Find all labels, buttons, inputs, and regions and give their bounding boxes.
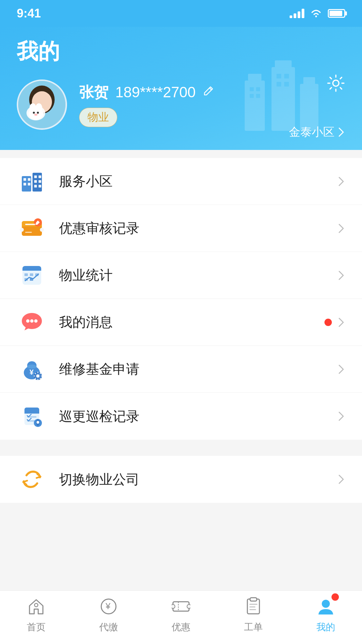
svg-rect-37 (39, 185, 41, 187)
svg-rect-13 (277, 82, 281, 87)
svg-rect-81 (249, 609, 256, 610)
nav-label-workorder: 工单 (244, 621, 263, 634)
svg-point-57 (34, 319, 38, 323)
chevron-right-icon (337, 175, 345, 188)
service-community-icon-wrap (17, 166, 47, 197)
svg-point-41 (20, 228, 24, 232)
svg-rect-1 (245, 80, 265, 131)
nav-label-payment: 代缴 (99, 621, 118, 634)
menu-item-service-community[interactable]: 服务小区 (0, 158, 362, 205)
svg-rect-73 (173, 602, 189, 611)
coupon-review-label: 优惠审核记录 (59, 219, 337, 237)
message-dot (324, 319, 332, 326)
menu-section-2: 切换物业公司 (0, 456, 362, 503)
chevron-right-icon (337, 473, 345, 486)
community-link[interactable]: 金泰小区 (289, 124, 345, 140)
edit-icon[interactable] (202, 85, 215, 100)
svg-rect-44 (25, 224, 35, 225)
svg-rect-48 (22, 269, 41, 271)
patrol-icon (20, 404, 44, 428)
svg-rect-65 (24, 411, 39, 414)
coupon-nav-icon (169, 595, 193, 618)
mine-icon (314, 595, 338, 618)
fund-icon: ¥ (20, 357, 44, 381)
svg-rect-31 (28, 183, 31, 185)
menu-item-patrol-record[interactable]: 巡更巡检记录 (0, 393, 362, 440)
wifi-icon (310, 9, 322, 18)
property-stats-icon-wrap (17, 260, 47, 290)
svg-rect-6 (303, 77, 315, 85)
svg-rect-36 (34, 185, 37, 187)
svg-rect-49 (24, 273, 28, 276)
avatar[interactable] (17, 79, 67, 130)
service-community-label: 服务小区 (59, 172, 337, 191)
svg-point-62 (36, 374, 40, 378)
background-buildings (241, 54, 328, 131)
coupon-review-icon-wrap (17, 213, 47, 244)
svg-point-82 (322, 600, 330, 608)
nav-label-mine: 我的 (316, 621, 335, 634)
svg-point-24 (37, 112, 39, 114)
menu-item-property-stats[interactable]: 物业统计 (0, 252, 362, 299)
status-icons (290, 9, 345, 18)
svg-rect-32 (34, 175, 37, 178)
status-time: 9:41 (17, 6, 41, 20)
header-section: 我的 (0, 27, 362, 150)
repair-fund-label: 维修基金申请 (59, 360, 337, 378)
svg-rect-12 (284, 74, 289, 78)
svg-point-56 (30, 319, 34, 323)
switch-company-icon-wrap (17, 464, 47, 494)
nav-item-mine[interactable]: 我的 (314, 595, 338, 634)
status-bar: 9:41 (0, 0, 362, 27)
payment-icon: ¥ (97, 595, 120, 618)
svg-rect-40 (22, 226, 42, 236)
svg-rect-8 (256, 87, 260, 91)
svg-rect-50 (30, 273, 33, 276)
profile-info: 张贺 189****2700 物业 (79, 83, 215, 127)
home-icon (24, 595, 48, 618)
menu-item-my-messages[interactable]: 我的消息 (0, 299, 362, 346)
svg-text:¥: ¥ (29, 368, 34, 376)
chevron-right-icon (337, 222, 345, 235)
nav-item-coupon[interactable]: 优惠 (169, 595, 193, 634)
my-messages-icon-wrap (17, 307, 47, 337)
battery-icon (328, 9, 345, 18)
nav-item-home[interactable]: 首页 (24, 595, 48, 634)
switch-company-label: 切换物业公司 (59, 470, 337, 489)
profile-name-row: 张贺 189****2700 (79, 83, 215, 102)
nav-item-payment[interactable]: ¥ 代缴 (97, 595, 120, 634)
role-badge: 物业 (79, 108, 117, 127)
menu-item-coupon-review[interactable]: 优惠审核记录 (0, 205, 362, 252)
svg-rect-9 (250, 94, 254, 98)
svg-rect-3 (272, 67, 295, 131)
svg-text:¥: ¥ (105, 601, 111, 611)
nav-label-coupon: 优惠 (172, 621, 190, 634)
nav-label-home: 首页 (27, 621, 46, 634)
chevron-right-icon (337, 269, 345, 282)
svg-rect-35 (39, 180, 41, 183)
svg-rect-29 (28, 178, 31, 181)
nav-item-workorder[interactable]: 工单 (242, 595, 265, 634)
menu-item-repair-fund[interactable]: ¥ 维修基金申请 (0, 346, 362, 393)
building-icon (20, 169, 44, 194)
repair-fund-icon-wrap: ¥ (17, 354, 47, 384)
patrol-record-label: 巡更巡检记录 (59, 407, 337, 426)
svg-point-42 (40, 228, 44, 232)
settings-button[interactable] (326, 74, 345, 97)
svg-rect-33 (39, 175, 41, 178)
svg-point-70 (35, 603, 38, 607)
menu-section-1: 服务小区 优惠审核记录 (0, 158, 362, 440)
property-stats-label: 物业统计 (59, 266, 337, 284)
mine-badge (331, 593, 339, 601)
patrol-record-icon-wrap (17, 401, 47, 431)
svg-rect-11 (277, 74, 281, 78)
community-name: 金泰小区 (289, 124, 335, 140)
menu-item-switch-company[interactable]: 切换物业公司 (0, 456, 362, 503)
svg-point-75 (187, 604, 190, 608)
svg-point-15 (333, 80, 339, 86)
profile-phone: 189****2700 (115, 84, 196, 101)
workorder-icon (242, 595, 265, 618)
coupon-icon (20, 216, 44, 240)
svg-rect-5 (300, 84, 318, 131)
section-separator (0, 440, 362, 448)
